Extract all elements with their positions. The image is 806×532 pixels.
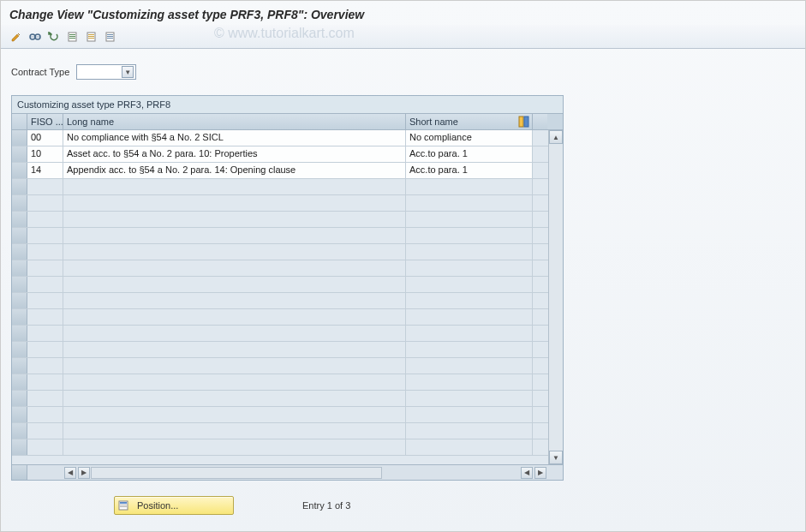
row-selector[interactable] xyxy=(12,260,27,276)
row-selector[interactable] xyxy=(12,212,27,227)
table-panel: Customizing asset type PRF3, PRF8 FISO .… xyxy=(11,95,564,481)
column-header-long-name[interactable]: Long name xyxy=(63,114,406,129)
row-selector[interactable] xyxy=(12,163,27,178)
table-row xyxy=(12,277,563,293)
cell-long-name xyxy=(63,244,406,260)
cell-short-name xyxy=(406,423,533,439)
row-selector[interactable] xyxy=(12,195,27,211)
new-entries-icon[interactable] xyxy=(64,28,81,45)
table-row xyxy=(12,407,563,423)
cell-long-name xyxy=(63,293,406,308)
table-row xyxy=(12,260,563,277)
cell-long-name xyxy=(63,179,406,194)
cell-short-name[interactable]: Acc.to para. 1 xyxy=(406,146,533,162)
table-row xyxy=(12,293,563,309)
svg-rect-7 xyxy=(88,34,94,35)
table-row xyxy=(12,179,563,195)
table-row xyxy=(12,244,563,260)
scroll-track[interactable] xyxy=(549,144,563,451)
position-button[interactable]: Position... xyxy=(114,496,234,515)
select-all-corner[interactable] xyxy=(12,114,27,129)
cell-fiso xyxy=(27,277,63,292)
svg-rect-9 xyxy=(88,38,94,39)
column-header-fiso[interactable]: FISO ... xyxy=(27,114,63,129)
cell-long-name xyxy=(63,342,406,357)
table-row xyxy=(12,423,563,439)
cell-short-name xyxy=(406,244,533,260)
copy-as-icon[interactable] xyxy=(83,28,100,45)
cell-fiso xyxy=(27,391,63,406)
chevron-down-icon[interactable]: ▼ xyxy=(122,66,134,78)
row-selector[interactable] xyxy=(12,244,27,260)
cell-fiso xyxy=(27,244,63,260)
undo-icon[interactable] xyxy=(45,28,63,45)
svg-rect-13 xyxy=(107,38,113,39)
other-entry-icon[interactable] xyxy=(27,28,44,45)
delimit-icon[interactable] xyxy=(102,28,119,45)
cell-fiso xyxy=(27,342,63,357)
scroll-up-icon[interactable]: ▲ xyxy=(549,130,563,144)
contract-type-label: Contract Type xyxy=(11,67,69,77)
scroll-left-icon-2[interactable]: ◀ xyxy=(521,467,533,479)
table-row: 14Appendix acc. to §54 a No. 2 para. 14:… xyxy=(12,163,563,179)
cell-long-name xyxy=(63,309,406,325)
cell-short-name[interactable]: No compliance xyxy=(406,130,533,146)
cell-short-name xyxy=(406,195,533,211)
page-title: Change View "Customizing asset type PRF3… xyxy=(1,1,805,25)
svg-rect-5 xyxy=(69,38,75,39)
row-selector[interactable] xyxy=(12,423,27,439)
row-selector[interactable] xyxy=(12,391,27,406)
entry-counter: Entry 1 of 3 xyxy=(302,500,350,511)
row-selector[interactable] xyxy=(12,293,27,308)
row-selector[interactable] xyxy=(12,326,27,341)
vertical-scrollbar[interactable]: ▲ ▼ xyxy=(548,130,563,464)
table-row xyxy=(12,228,563,244)
scroll-right-icon-2[interactable]: ▶ xyxy=(534,467,546,479)
row-selector[interactable] xyxy=(12,130,27,146)
row-selector[interactable] xyxy=(12,342,27,357)
scroll-down-icon[interactable]: ▼ xyxy=(549,451,563,464)
scroll-right-icon[interactable]: ▶ xyxy=(78,467,90,479)
row-selector[interactable] xyxy=(12,228,27,243)
cell-long-name xyxy=(63,326,406,341)
cell-long-name[interactable]: Appendix acc. to §54 a No. 2 para. 14: O… xyxy=(63,163,406,178)
row-selector[interactable] xyxy=(12,277,27,292)
cell-short-name xyxy=(406,293,533,308)
table-row xyxy=(12,309,563,326)
cell-fiso xyxy=(27,407,63,422)
row-selector[interactable] xyxy=(12,179,27,194)
display-change-icon[interactable] xyxy=(8,28,25,45)
svg-rect-4 xyxy=(69,36,75,37)
row-selector[interactable] xyxy=(12,146,27,162)
row-selector[interactable] xyxy=(12,309,27,325)
cell-short-name xyxy=(406,179,533,194)
cell-short-name[interactable]: Acc.to para. 1 xyxy=(406,163,533,178)
row-selector[interactable] xyxy=(12,439,27,455)
row-selector[interactable] xyxy=(12,374,27,390)
contract-type-dropdown[interactable]: ▼ xyxy=(76,64,136,80)
cell-fiso xyxy=(27,212,63,227)
cell-long-name[interactable]: No compliance with §54 a No. 2 SICL xyxy=(63,130,406,146)
row-selector[interactable] xyxy=(12,407,27,422)
cell-long-name[interactable]: Asset acc. to §54 a No. 2 para. 10: Prop… xyxy=(63,146,406,162)
cell-fiso xyxy=(27,374,63,390)
svg-rect-14 xyxy=(519,117,523,127)
table-row xyxy=(12,195,563,212)
cell-short-name xyxy=(406,309,533,325)
row-selector[interactable] xyxy=(12,358,27,374)
scroll-left-icon[interactable]: ◀ xyxy=(64,467,76,479)
table-body: 00No compliance with §54 a No. 2 SICLNo … xyxy=(12,130,563,464)
cell-fiso[interactable]: 00 xyxy=(27,130,63,146)
cell-long-name xyxy=(63,228,406,243)
cell-fiso[interactable]: 10 xyxy=(27,146,63,162)
table-settings-icon[interactable] xyxy=(518,116,530,128)
svg-rect-19 xyxy=(120,506,127,507)
selection-area: Contract Type ▼ xyxy=(1,49,805,88)
cell-long-name xyxy=(63,374,406,390)
cell-long-name xyxy=(63,407,406,422)
hscroll-track-long[interactable] xyxy=(91,467,382,479)
column-header-short-name[interactable]: Short name xyxy=(406,114,533,129)
cell-fiso[interactable]: 14 xyxy=(27,163,63,178)
cell-fiso xyxy=(27,260,63,276)
cell-fiso xyxy=(27,228,63,243)
